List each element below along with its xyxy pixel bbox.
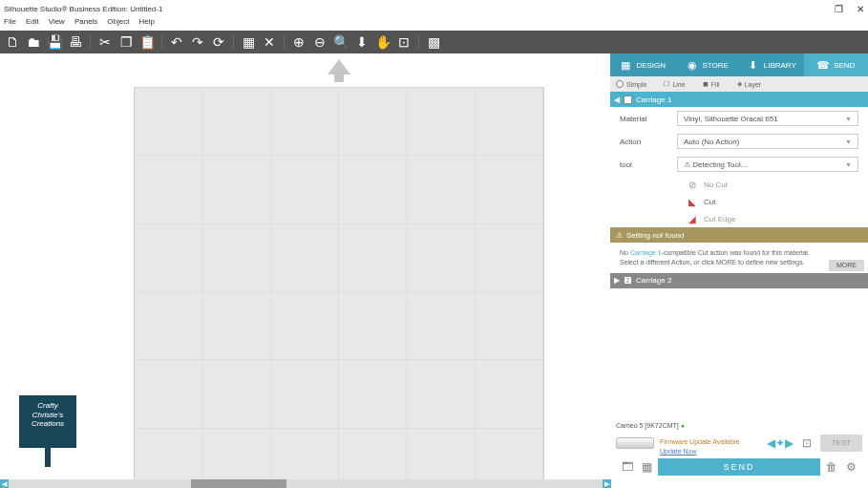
menu-object[interactable]: Object: [107, 17, 129, 31]
trash-icon[interactable]: 🗑: [824, 459, 839, 475]
grid-icon: ▦: [619, 58, 632, 72]
material-label: Material: [620, 115, 667, 123]
watermark-logo: CraftyChristie'sCreations: [19, 395, 86, 472]
canvas[interactable]: CraftyChristie'sCreations: [0, 53, 610, 479]
phone-icon: ☎: [816, 58, 830, 72]
status-dot-icon: ●: [681, 422, 685, 429]
filter-line[interactable]: ☐Line: [664, 80, 685, 88]
menu-file[interactable]: File: [4, 17, 16, 31]
opt-cut-edge[interactable]: ◢Cut Edge: [677, 210, 868, 227]
test-button[interactable]: TEST: [820, 435, 862, 452]
new-file-icon[interactable]: 🗋: [4, 33, 21, 51]
refresh-icon[interactable]: ⟳: [210, 33, 227, 51]
tool-select[interactable]: ⚠ Detecting Tool...▼: [677, 157, 858, 172]
opt-no-cut[interactable]: ⊘No Cut: [677, 176, 868, 193]
menubar: File Edit View Panels Object Help: [0, 17, 868, 31]
carriage-1-header[interactable]: ◀ Carriage 1: [610, 92, 868, 107]
carriage-1-title: Carriage 1: [636, 95, 671, 104]
paste-icon[interactable]: 📋: [138, 33, 156, 51]
open-file-icon[interactable]: 🖿: [25, 33, 42, 51]
filter-simple[interactable]: Simple: [616, 80, 646, 88]
redo-icon[interactable]: ↷: [189, 33, 206, 51]
fill-icon: ◼: [703, 80, 709, 88]
registration-icon[interactable]: ▩: [425, 33, 442, 51]
tab-store[interactable]: ◉STORE: [675, 53, 740, 76]
menu-view[interactable]: View: [49, 17, 65, 31]
warning-icon: ⚠: [684, 160, 690, 169]
scroll-thumb[interactable]: [191, 479, 286, 488]
restore-icon[interactable]: ❐: [835, 4, 843, 14]
expand-icon[interactable]: ▶: [614, 276, 620, 285]
carriage-2-title: Carriage 2: [636, 276, 671, 285]
fit-page-icon[interactable]: ⊡: [395, 33, 413, 51]
feed-arrow-icon: [328, 59, 350, 74]
nudge-control[interactable]: ◀✦▶: [767, 436, 794, 450]
tool-label: tool: [620, 160, 667, 169]
select-all-icon[interactable]: ▦: [240, 33, 257, 51]
line-icon: ☐: [664, 80, 669, 88]
tool-settings-icon[interactable]: ⊡: [799, 435, 815, 451]
filter-fill[interactable]: ◼Fill: [703, 80, 720, 88]
carriage-1-checkbox[interactable]: [624, 95, 632, 104]
zoom-in-icon[interactable]: ⊕: [290, 33, 307, 51]
window-title: Silhouette Studio® Business Edition: Unt…: [4, 5, 835, 13]
titlebar: Silhouette Studio® Business Edition: Unt…: [0, 0, 868, 17]
warning-message: No Carriage 1-compatible Cut action was …: [610, 243, 868, 273]
horizontal-scrollbar[interactable]: ◀ ▶: [0, 479, 611, 488]
filter-layer[interactable]: ◈Layer: [737, 80, 762, 88]
opt-cut[interactable]: ◣Cut: [677, 193, 868, 210]
caret-down-icon: ▼: [845, 116, 852, 122]
menu-panels[interactable]: Panels: [74, 17, 97, 31]
toolbar: 🗋 🖿 💾 🖶 ✂ ❐ 📋 ↶ ↷ ⟳ ▦ ✕ ⊕ ⊖ 🔍 ⬇ ✋ ⊡ ▩: [0, 31, 868, 53]
device-image: [616, 437, 654, 449]
tab-send[interactable]: ☎SEND: [804, 53, 869, 76]
caret-down-icon: ▼: [845, 138, 852, 145]
warning-bar: ⚠ Setting not found: [610, 227, 868, 243]
carriage-2-checkbox[interactable]: 2: [624, 276, 632, 285]
tab-library[interactable]: ⬇LIBRARY: [739, 53, 804, 76]
material-select[interactable]: Vinyl, Silhouette Oracal 651▼: [677, 111, 858, 126]
store-icon: ◉: [686, 58, 699, 72]
send-button[interactable]: SEND: [658, 458, 820, 476]
cutting-mat: [134, 87, 544, 479]
nocut-icon: ⊘: [687, 179, 698, 190]
close-icon[interactable]: ✕: [857, 4, 864, 14]
collapse-icon[interactable]: ◀: [614, 95, 620, 104]
pan-icon[interactable]: ✋: [374, 33, 392, 51]
device-icon[interactable]: 🗔: [620, 459, 635, 475]
menu-edit[interactable]: Edit: [26, 17, 39, 31]
undo-icon[interactable]: ↶: [168, 33, 185, 51]
gear-icon[interactable]: ⚙: [843, 459, 858, 475]
print-icon[interactable]: 🖶: [67, 33, 84, 51]
grid-settings-icon[interactable]: ▦: [639, 459, 654, 475]
cut-blade-icon: ◣: [687, 196, 698, 207]
update-now-link[interactable]: Update Now: [660, 448, 740, 455]
zoom-fit-icon[interactable]: ⬇: [353, 33, 370, 51]
download-icon: ⬇: [747, 58, 760, 72]
copy-icon[interactable]: ❐: [117, 33, 135, 51]
deselect-icon[interactable]: ✕: [261, 33, 278, 51]
carriage-2-header[interactable]: ▶ 2 Carriage 2: [610, 273, 868, 288]
zoom-select-icon[interactable]: 🔍: [332, 33, 349, 51]
send-panel: ▦DESIGN ◉STORE ⬇LIBRARY ☎SEND Simple ☐Li…: [610, 53, 868, 479]
scroll-right-icon[interactable]: ▶: [603, 479, 611, 488]
menu-help[interactable]: Help: [138, 17, 154, 31]
warning-triangle-icon: ⚠: [616, 231, 623, 240]
action-label: Action: [620, 138, 667, 146]
firmware-msg: Firmware Update Available: [660, 438, 740, 445]
save-icon[interactable]: 💾: [46, 33, 63, 51]
caret-down-icon: ▼: [845, 161, 852, 168]
filter-row: Simple ☐Line ◼Fill ◈Layer: [610, 76, 868, 92]
zoom-out-icon[interactable]: ⊖: [311, 33, 328, 51]
cut-edge-icon: ◢: [687, 213, 698, 224]
cut-icon[interactable]: ✂: [96, 33, 114, 51]
scroll-left-icon[interactable]: ◀: [0, 479, 9, 488]
layer-icon: ◈: [737, 80, 742, 88]
carriage-link[interactable]: Carriage 1: [630, 249, 662, 256]
action-select[interactable]: Auto (No Action)▼: [677, 134, 858, 149]
more-button[interactable]: MORE: [829, 260, 864, 271]
tab-design[interactable]: ▦DESIGN: [610, 53, 675, 76]
device-name: Cameo 5 [9K72CMT] ●: [616, 422, 862, 429]
